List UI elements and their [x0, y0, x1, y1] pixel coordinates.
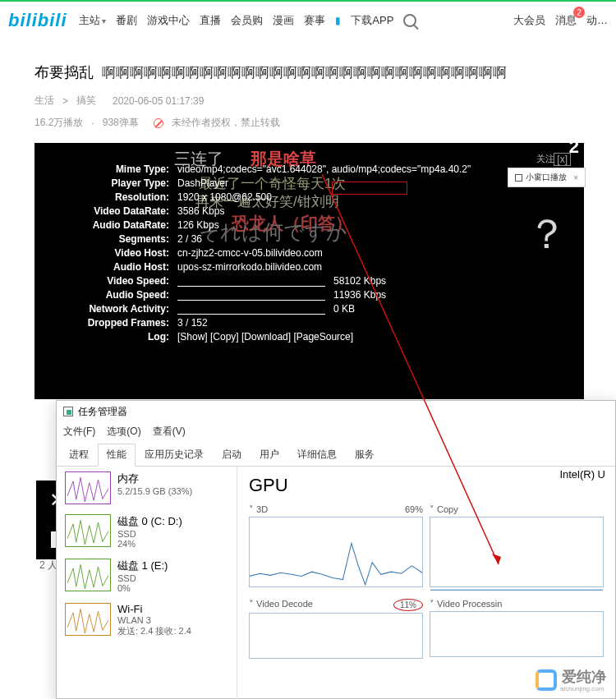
tab-6[interactable]: 服务 [346, 444, 384, 466]
stat-key: Video Speed: [80, 274, 177, 288]
gpu-heading: GPU [249, 475, 604, 496]
danmu-count: 938弹幕 [103, 116, 139, 130]
sidebar-item[interactable]: Wi-FiWLAN 3发送: 2.4 接收: 2.4 [57, 598, 237, 642]
menu-file[interactable]: 文件(F) [63, 425, 95, 439]
publish-time: 2020-06-05 01:17:39 [113, 95, 204, 107]
search-icon[interactable] [403, 14, 416, 27]
tab-4[interactable]: 用户 [251, 444, 288, 466]
watermark-icon [536, 669, 557, 691]
tab-2[interactable]: 应用历史记录 [136, 444, 213, 466]
chart-pct-3d: 69% [405, 504, 423, 515]
video-title-suffix: 啊啊啊啊啊啊啊啊啊啊啊啊啊啊啊啊啊啊啊啊啊啊啊啊啊啊啊啊啊 [102, 63, 507, 82]
breadcrumb-cat2[interactable]: 搞笑 [76, 94, 96, 108]
stat-key: Segments: [80, 232, 177, 246]
tab-0[interactable]: 进程 [60, 444, 98, 466]
breadcrumb-cat1[interactable]: 生活 [34, 94, 54, 108]
forbid-icon [154, 118, 163, 128]
stat-value: 2 / 36 [177, 232, 202, 246]
watermark: 爱纯净 aichunjing.com [536, 667, 606, 692]
stat-value: 1920 x 1080@62.500 [177, 191, 272, 205]
stat-value: 3 / 152 [177, 316, 208, 330]
stat-value: 11936 Kbps [177, 288, 386, 302]
pip-label: 小窗口播放 [526, 172, 567, 183]
gpu-model: Intel(R) U [559, 468, 605, 481]
stat-key: Video Host: [80, 246, 177, 260]
sidebar: 内存5.2/15.9 GB (33%) 磁盘 0 (C: D:)SSD24% 磁… [57, 467, 237, 699]
menu-options[interactable]: 选项(O) [107, 425, 140, 439]
nav-vip[interactable]: 大会员 [513, 13, 545, 28]
badge-count: 2 [573, 7, 585, 18]
video-info: 布要捣乱 啊啊啊啊啊啊啊啊啊啊啊啊啊啊啊啊啊啊啊啊啊啊啊啊啊啊啊啊啊 生活 > … [0, 39, 616, 399]
annotation-oval: 11% [393, 599, 423, 611]
stat-log-links[interactable]: [Show] [Copy] [Download] [PageSource] [177, 330, 353, 344]
stat-key: Audio Host: [80, 260, 177, 274]
watermark-text: 爱纯净 [562, 667, 606, 687]
pip-button[interactable]: 小窗口播放 × [508, 168, 586, 187]
stat-key: Mime Type: [80, 163, 177, 177]
nav-dynamic[interactable]: 动… [586, 13, 608, 28]
nav-live[interactable]: 直播 [200, 13, 221, 28]
tab-3[interactable]: 启动 [213, 444, 251, 466]
nav-shop[interactable]: 会员购 [231, 13, 263, 28]
nav-manga[interactable]: 漫画 [273, 13, 294, 28]
stat-key: Player Type: [80, 177, 177, 191]
stat-value: cn-zjhz2-cmcc-v-05.bilivideo.com [177, 246, 323, 260]
menu-view[interactable]: 查看(V) [153, 425, 186, 439]
chart-label-3d: ˅ 3D [249, 504, 268, 515]
stat-value: 58102 Kbps [177, 274, 386, 288]
top-nav: bilibili 主站 番剧 游戏中心 直播 会员购 漫画 赛事 ▮ 下载APP… [0, 0, 616, 39]
video-player[interactable]: 2 [x] 关注 小窗口播放 × 三连了 那是啥草 最近了一个奇怪每天1次 再来… [34, 143, 584, 399]
sidebar-item[interactable]: 磁盘 1 (E:)SSD0% [57, 554, 237, 598]
stat-value: 0 KB [177, 302, 355, 316]
main-nav: 主站 番剧 游戏中心 直播 会员购 漫画 赛事 ▮ 下载APP [79, 13, 417, 28]
nav-game[interactable]: 游戏中心 [147, 13, 190, 28]
pip-close-icon[interactable]: × [573, 173, 578, 182]
tab-1[interactable]: 性能 [98, 444, 136, 467]
nav-messages[interactable]: 消息 2 [555, 13, 577, 28]
chart-video-processing [430, 611, 604, 657]
video-title: 布要捣乱 [34, 62, 94, 82]
stat-key: Network Activity: [80, 302, 177, 316]
phone-icon: ▮ [335, 15, 341, 26]
stat-value: 126 Kbps [177, 218, 219, 232]
chart-label-copy: ˅ Copy [430, 504, 458, 515]
annotation-box [332, 182, 407, 195]
player-stats-overlay: Mime Type:video/mp4;codecs="avc1.644028"… [80, 163, 471, 344]
stat-key: Resolution: [80, 191, 177, 205]
breadcrumb-sep: > [62, 95, 68, 107]
nav-download[interactable]: 下载APP [351, 13, 393, 28]
sidebar-item[interactable]: 内存5.2/15.9 GB (33%) [57, 467, 237, 509]
window-titlebar[interactable]: 任务管理器 [57, 401, 615, 422]
chart-3d [249, 517, 423, 587]
stat-key: Video DataRate: [80, 205, 177, 218]
stats-close-icon[interactable]: [x] [554, 153, 571, 166]
chart-video-decode [249, 613, 423, 659]
nav-match[interactable]: 赛事 [304, 13, 325, 28]
watermark-sub: aichunjing.com [560, 685, 606, 692]
right-nav: 大会员 消息 2 动… [513, 13, 608, 28]
logo[interactable]: bilibili [8, 10, 67, 31]
play-count: 16.2万播放 [34, 116, 83, 130]
menu-bar: 文件(F) 选项(O) 查看(V) [57, 422, 615, 440]
stat-key: Audio Speed: [80, 288, 177, 302]
stat-value: 3586 Kbps [177, 205, 224, 218]
nav-main[interactable]: 主站 [79, 13, 107, 28]
stat-value: video/mp4;codecs="avc1.644028", audio/mp… [177, 163, 471, 177]
stat-key: Dropped Frames: [80, 316, 177, 330]
chart-label-vdec: ˅ Video Decode [249, 599, 313, 611]
stat-key: Log: [80, 330, 177, 344]
task-manager-window: 任务管理器 文件(F) 选项(O) 查看(V) 进程性能应用历史记录启动用户详细… [56, 400, 616, 699]
task-manager-icon [63, 407, 73, 416]
forbid-text: 未经作者授权，禁止转载 [172, 116, 280, 130]
stat-value: DashPlayer [177, 177, 228, 191]
chart-copy [430, 517, 604, 587]
stats-sep: · [91, 117, 94, 129]
follow-label[interactable]: 关注 [536, 153, 554, 165]
stat-value: upos-sz-mirrorkodo.bilivideo.com [177, 260, 322, 274]
nav-messages-label: 消息 [555, 14, 577, 26]
window-title: 任务管理器 [78, 405, 127, 419]
sidebar-item[interactable]: 磁盘 0 (C: D:)SSD24% [57, 509, 237, 554]
nav-anime[interactable]: 番剧 [116, 13, 137, 28]
stat-key: Audio DataRate: [80, 218, 177, 232]
tab-5[interactable]: 详细信息 [288, 444, 346, 466]
